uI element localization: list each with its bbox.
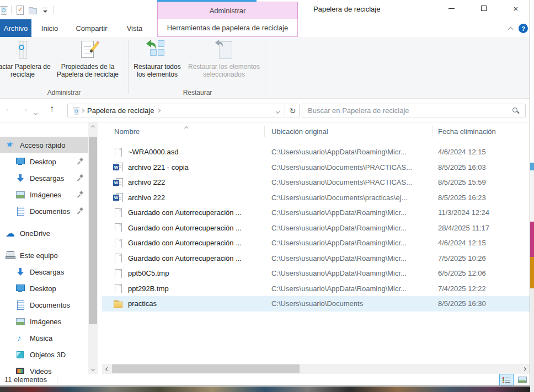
close-button[interactable]: ×	[507, 1, 525, 15]
pin-icon	[77, 191, 84, 198]
empty-recycle-bin-button[interactable]: Vaciar Papelera de reciclaje	[0, 39, 52, 92]
button-label: Restaurar todos los elementos	[130, 63, 184, 78]
sidebar-item[interactable]: Descargas	[0, 264, 88, 280]
file-name: archivo 222	[128, 194, 165, 202]
sidebar-scrollbar-thumb[interactable]	[89, 137, 97, 324]
file-row[interactable]: ppt292B.tmp C:\Users\usuario\AppData\Roa…	[102, 281, 530, 297]
back-arrow-icon[interactable]: ←	[4, 104, 13, 114]
sidebar-item[interactable]: Desktop	[0, 153, 88, 170]
customize-quick-access-dropdown-icon[interactable]	[42, 6, 49, 14]
sidebar-scrollbar[interactable]	[88, 122, 98, 374]
address-bar[interactable]: Papelera de reciclaje	[67, 104, 285, 117]
breadcrumb-chevron-icon[interactable]	[81, 109, 84, 112]
column-header-nombre[interactable]: Nombre	[102, 126, 265, 137]
sidebar-item[interactable]: Desktop	[0, 280, 88, 297]
scroll-up-icon[interactable]	[88, 122, 98, 132]
sidebar-item[interactable]: Documentos	[0, 297, 88, 313]
refresh-icon[interactable]: ↻	[286, 104, 300, 117]
file-name-cell: archivo 222	[102, 193, 265, 202]
recycle-bin-icon[interactable]	[0, 5, 8, 15]
scroll-down-icon[interactable]	[88, 364, 98, 374]
minimize-button[interactable]	[442, 1, 460, 15]
recycle-bin-properties-button[interactable]: Propiedades de la Papelera de reciclaje	[53, 39, 122, 92]
ribbon-tab-row: Archivo Inicio Compartir Vista Herramien…	[0, 19, 530, 37]
sidebar-item-icon	[15, 190, 25, 199]
sidebar-item[interactable]: Este equipo	[0, 247, 88, 264]
collapse-ribbon-button[interactable]	[504, 24, 516, 35]
sidebar-item[interactable]: Documentos	[0, 203, 88, 219]
sidebar-item-icon	[15, 350, 25, 359]
sidebar-item[interactable]: Imágenes	[0, 186, 88, 203]
status-bar: 11 elementos	[0, 374, 530, 386]
restore-all-items-button[interactable]: Restaurar todos los elementos	[130, 39, 184, 92]
file-type-icon	[113, 284, 123, 293]
sidebar-item-label: Imágenes	[30, 191, 61, 199]
column-header-fecha[interactable]: Fecha eliminación	[433, 126, 530, 137]
horizontal-scrollbar-thumb[interactable]	[112, 364, 300, 373]
file-row[interactable]: ~WRA0000.asd C:\Users\usuario\AppData\Ro…	[102, 144, 530, 160]
tab-vista[interactable]: Vista	[116, 19, 153, 37]
sidebar-item[interactable]: OneDrive	[0, 225, 88, 241]
file-row[interactable]: archivo 222 C:\Users\usuario\Documents\p…	[102, 190, 530, 206]
file-deletion-date: 28/4/2025 11:17	[433, 224, 530, 232]
sidebar-item-icon	[15, 284, 25, 293]
forward-arrow-icon[interactable]: →	[20, 104, 29, 114]
details-view-icon	[503, 377, 510, 383]
sidebar-item-label: OneDrive	[20, 229, 50, 238]
sidebar-item-label: Videos	[30, 367, 52, 374]
tab-herramientas-papelera[interactable]: Herramientas de papelera de reciclaje	[157, 19, 298, 37]
file-name: Guardado con Autorrecuperación ...	[128, 224, 242, 232]
quick-access-toolbar	[0, 3, 56, 17]
sidebar-item[interactable]: Imágenes	[0, 313, 88, 330]
sidebar-item[interactable]: Descargas	[0, 170, 88, 186]
address-dropdown-icon[interactable]	[274, 106, 281, 115]
file-row[interactable]: Guardado con Autorrecuperación ... C:\Us…	[102, 205, 530, 221]
file-row[interactable]: archivo 221 - copia C:\Users\usuario\Doc…	[102, 160, 530, 175]
screen: Administrar Papelera de reciclaje × Arch…	[0, 0, 534, 392]
up-arrow-icon[interactable]: ↑	[50, 104, 54, 114]
breadcrumb-segment[interactable]: Papelera de reciclaje	[87, 106, 154, 115]
sidebar-item[interactable]: Acceso rápido	[0, 137, 88, 153]
search-box[interactable]	[302, 104, 526, 117]
sidebar-item[interactable]: Música	[0, 330, 88, 346]
file-row[interactable]: archivo 222 C:\Users\usuario\Documents\P…	[102, 175, 530, 190]
recent-locations-dropdown-icon[interactable]	[34, 108, 37, 116]
tab-inicio[interactable]: Inicio	[33, 19, 67, 37]
folder-icon[interactable]	[28, 5, 38, 15]
sidebar-item[interactable]: Objetos 3D	[0, 346, 88, 363]
checkbox-document-icon[interactable]	[14, 5, 24, 15]
file-row[interactable]: Guardado con Autorrecuperación ... C:\Us…	[102, 251, 530, 266]
file-original-location: C:\Users\usuario\Documents\PRACTICAS...	[265, 163, 433, 171]
details-view-button[interactable]	[499, 374, 514, 385]
file-deletion-date: 7/4/2025 12:22	[433, 284, 530, 293]
maximize-button[interactable]	[475, 1, 493, 15]
pin-icon	[77, 208, 84, 214]
file-row[interactable]: ppt50C5.tmp C:\Users\usuario\AppData\Roa…	[102, 266, 530, 281]
file-original-location: C:\Users\usuario\Documents	[265, 299, 433, 308]
file-name: Guardado con Autorrecuperación ...	[128, 239, 242, 247]
file-original-location: C:\Users\usuario\AppData\Roaming\Micr...	[265, 254, 433, 262]
properties-document-icon	[76, 39, 99, 61]
large-icons-view-button[interactable]	[515, 374, 530, 385]
breadcrumb-chevron-icon[interactable]	[157, 109, 161, 112]
file-name-cell: Guardado con Autorrecuperación ...	[102, 208, 265, 217]
scroll-left-icon[interactable]	[102, 364, 112, 374]
restore-selected-items-button[interactable]: Restaurar los elementos seleccionados	[185, 39, 263, 92]
search-input[interactable]	[308, 106, 512, 115]
file-deletion-date: 11/3/2024 12:24	[433, 208, 530, 217]
scroll-right-icon[interactable]	[519, 364, 529, 374]
file-row[interactable]: Guardado con Autorrecuperación ... C:\Us…	[102, 235, 530, 251]
file-row[interactable]: practicas C:\Users\usuario\Documents 8/5…	[102, 296, 530, 312]
sidebar-item-label: Objetos 3D	[30, 351, 66, 359]
sidebar-item-icon	[6, 251, 15, 260]
column-header-ubicacion[interactable]: Ubicación original	[265, 126, 433, 137]
search-icon[interactable]	[512, 107, 520, 115]
sidebar-item-icon	[15, 157, 25, 166]
tab-archivo[interactable]: Archivo	[0, 19, 31, 37]
tab-compartir[interactable]: Compartir	[67, 19, 116, 37]
file-name: archivo 221 - copia	[128, 163, 189, 171]
file-row[interactable]: Guardado con Autorrecuperación ... C:\Us…	[102, 221, 530, 236]
help-button[interactable]: ?	[519, 24, 528, 33]
sidebar-item[interactable]: Videos	[0, 363, 88, 374]
horizontal-scrollbar[interactable]	[102, 364, 530, 374]
